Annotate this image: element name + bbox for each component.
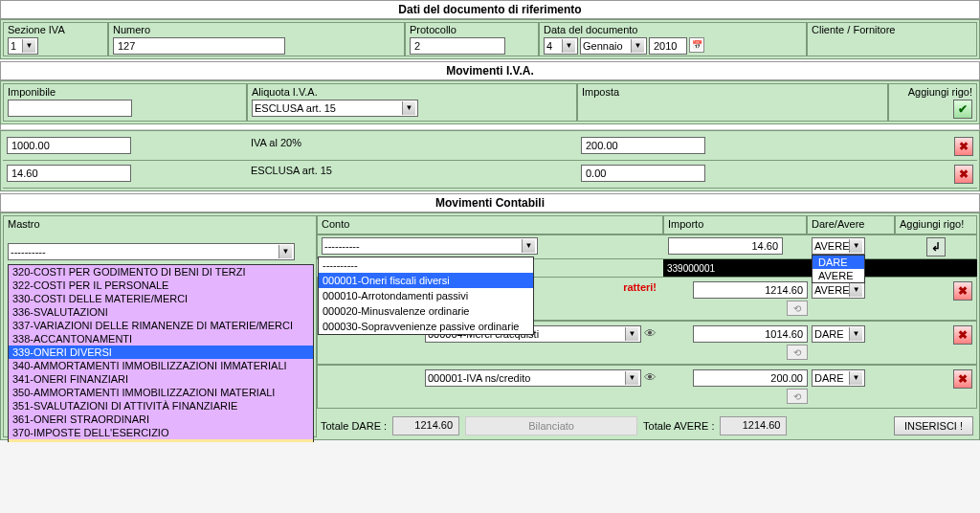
protocollo-input[interactable] (410, 37, 505, 55)
iva-imponibile-input[interactable] (7, 165, 131, 182)
warning-text: ratteri! (623, 281, 657, 293)
importo-new-input[interactable] (668, 237, 783, 255)
delete-contabili-row-button[interactable]: ✖ (953, 369, 972, 389)
dareavere-new-select[interactable]: AVERE▼ (812, 237, 865, 255)
mastro-option[interactable]: 400-PROVENTI FINANZIARI (9, 439, 313, 442)
iva-row: IVA al 20%✖ (3, 133, 977, 161)
link-icon[interactable]: ⟲ (787, 345, 808, 360)
dareavere-row-select[interactable]: AVERE▼ (812, 281, 865, 299)
conto-option[interactable]: ---------- (319, 257, 533, 273)
mastro-dropdown-list[interactable]: 320-COSTI PER GODIMENTO DI BENI DI TERZI… (8, 264, 314, 442)
chevron-down-icon: ▼ (631, 39, 644, 53)
totale-avere-value: 1214.60 (720, 416, 787, 435)
iva-imponibile-input[interactable] (7, 137, 131, 154)
calendar-icon[interactable]: 📅 (689, 37, 704, 53)
chevron-down-icon: ▼ (402, 101, 415, 115)
chevron-down-icon: ▼ (522, 239, 535, 253)
totale-dare-label: Totale DARE : (321, 420, 387, 432)
dareavere-row-select[interactable]: DARE▼ (812, 325, 865, 343)
mastro-option[interactable]: 320-COSTI PER GODIMENTO DI BENI DI TERZI (9, 265, 313, 279)
inserisci-button[interactable]: INSERISCI ! (894, 416, 973, 435)
iva-imposta-input[interactable] (581, 137, 705, 154)
sezione-select[interactable]: 1▼ (8, 37, 38, 55)
year-input[interactable] (649, 37, 687, 55)
mastro-option[interactable]: 322-COSTI PER IL PERSONALE (9, 279, 313, 292)
chevron-down-icon: ▼ (562, 39, 575, 53)
sezione-label: Sezione IVA (8, 24, 103, 37)
iva-aliquota-text: IVA al 20% (251, 137, 301, 148)
mastro-option[interactable]: 340-AMMORTAMENTI IMMOBILIZZAZIONI IMMATE… (9, 359, 313, 372)
eye-icon[interactable]: 👁 (644, 326, 657, 341)
chevron-down-icon: ▼ (849, 239, 862, 253)
contabili-aggiungi-label: Aggiungi rigo! (900, 218, 972, 232)
conto-label: Conto (322, 218, 658, 232)
conto-select[interactable]: ----------▼ (322, 237, 538, 255)
mastro-select[interactable]: ----------▼ (8, 243, 295, 260)
chevron-down-icon: ▼ (278, 245, 292, 258)
mastro-option[interactable]: 351-SVALUTAZIONI DI ATTIVITÀ FINANZIARIE (9, 399, 313, 413)
dareavere-dropdown-list[interactable]: DARE AVERE (812, 255, 865, 283)
chevron-down-icon: ▼ (22, 39, 35, 53)
dareavere-option-dare[interactable]: DARE (813, 256, 864, 269)
add-iva-row-button[interactable]: ✔ (953, 100, 972, 119)
mastro-option[interactable]: 350-AMMORTAMENTI IMMOBILIZZAZIONI MATERI… (9, 386, 313, 399)
numero-input[interactable] (113, 37, 285, 55)
link-icon[interactable]: ⟲ (787, 389, 808, 404)
aliquota-select[interactable]: ESCLUSA art. 15▼ (252, 100, 418, 117)
mastro-option[interactable]: 336-SVALUTAZIONI (9, 305, 313, 319)
eye-icon[interactable]: 👁 (644, 370, 657, 385)
iva-section-title: Movimenti I.V.A. (0, 61, 980, 80)
delete-iva-row-button[interactable]: ✖ (954, 165, 973, 184)
importo-row-input[interactable] (693, 281, 808, 299)
link-icon[interactable]: ⟲ (787, 301, 808, 316)
delete-iva-row-button[interactable]: ✖ (954, 137, 973, 156)
mastro-option[interactable]: 341-ONERI FINANZIARI (9, 372, 313, 386)
bilanciato-label: Bilanciato (465, 416, 637, 435)
aggiungi-rigo-label: Aggiungi rigo! (893, 86, 972, 100)
dareavere-row-select[interactable]: DARE▼ (812, 369, 865, 387)
importo-row-input[interactable] (693, 325, 808, 343)
mastro-option[interactable]: 361-ONERI STRAORDINARI (9, 413, 313, 426)
mastro-option[interactable]: 338-ACCANTONAMENTI (9, 332, 313, 346)
conto-option[interactable]: 000030-Sopravvenienze passive ordinarie (319, 319, 533, 334)
iva-imposta-input[interactable] (581, 165, 705, 182)
contabili-row: 000001-IVA ns/credito▼ 👁⟲DARE▼✖ (317, 365, 977, 409)
aliquota-label: Aliquota I.V.A. (252, 86, 572, 100)
delete-contabili-row-button[interactable]: ✖ (953, 325, 972, 345)
add-contabili-row-button[interactable]: ↲ (926, 237, 946, 256)
totale-dare-value: 1214.60 (392, 416, 459, 435)
iva-aliquota-text: ESCLUSA art. 15 (251, 165, 332, 176)
conto-option[interactable]: 000010-Arrotondamenti passivi (319, 288, 533, 303)
dareavere-option-avere[interactable]: AVERE (813, 269, 864, 282)
month-select[interactable]: Gennaio▼ (580, 37, 647, 55)
protocollo-label: Protocollo (410, 24, 534, 37)
conto-row-select[interactable]: 000001-IVA ns/credito▼ (425, 369, 641, 387)
conto-option[interactable]: 000020-Minusvalenze ordinarie (319, 303, 533, 319)
conto-dropdown-list[interactable]: ----------000001-Oneri fiscali diversi00… (318, 256, 534, 335)
mastro-option[interactable]: 370-IMPOSTE DELL'ESERCIZIO (9, 426, 313, 439)
conto-option[interactable]: 000001-Oneri fiscali diversi (319, 273, 533, 288)
totale-avere-label: Totale AVERE : (643, 420, 714, 432)
mastro-option[interactable]: 330-COSTI DELLE MATERIE/MERCI (9, 292, 313, 305)
contabili-section-title: Movimenti Contabili (0, 193, 980, 212)
day-select[interactable]: 4▼ (544, 37, 578, 55)
data-label: Data del documento (544, 24, 802, 37)
ref-section-title: Dati del documento di riferimento (0, 0, 980, 19)
mastro-option[interactable]: 337-VARIAZIONI DELLE RIMANENZE DI MATERI… (9, 319, 313, 332)
mastro-label: Mastro (8, 218, 312, 232)
mastro-option[interactable]: 339-ONERI DIVERSI (9, 346, 313, 359)
iva-row: ESCLUSA art. 15✖ (3, 161, 977, 189)
delete-contabili-row-button[interactable]: ✖ (953, 281, 972, 301)
importo-label: Importo (668, 218, 802, 232)
imponibile-label: Imponibile (8, 86, 242, 100)
dark-code: 339000001 (667, 263, 715, 274)
imponibile-input[interactable] (8, 100, 132, 117)
cliente-label: Cliente / Fornitore (812, 24, 972, 37)
imposta-label: Imposta (582, 86, 883, 100)
dareavere-label: Dare/Avere (812, 218, 890, 232)
importo-row-input[interactable] (693, 369, 808, 387)
numero-label: Numero (113, 24, 400, 37)
